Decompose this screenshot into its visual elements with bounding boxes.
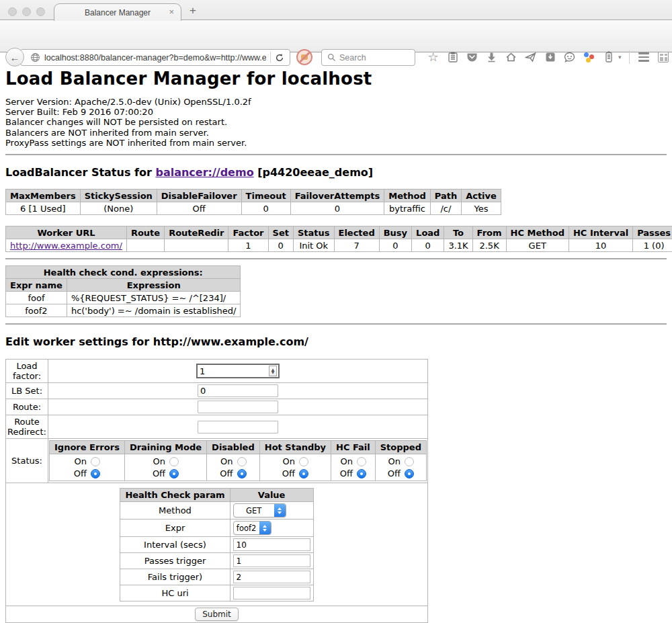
expression-row: foof2 hc('body') =~ /domain is establish… — [6, 304, 241, 317]
hc-interval-label: Interval (secs) — [120, 537, 230, 553]
worker-row: http://www.example.com/ 1 0 Init Ok 7 0 … — [6, 239, 672, 252]
battery-dropdown-caret-icon[interactable]: ▾ — [618, 54, 625, 60]
navigation-toolbar: ← localhost:8880/balancer-manager?b=demo… — [0, 20, 672, 52]
color-dots-icon[interactable] — [579, 51, 599, 63]
hc-fails-row: Fails trigger) — [120, 569, 313, 585]
toolbar-divider — [629, 50, 630, 64]
draining-mode-off-radio[interactable] — [169, 469, 179, 479]
hc-passes-row: Passes trigger — [120, 553, 313, 569]
window-controls — [8, 7, 45, 16]
table-row: 6 [1 Used] (None) Off 0 0 bytraffic /c/ … — [6, 202, 501, 215]
send-icon[interactable] — [521, 52, 540, 63]
hc-method-label: Method — [120, 502, 230, 520]
back-button[interactable]: ← — [5, 48, 24, 67]
window-zoom-button[interactable] — [36, 7, 45, 16]
table-header-row: MaxMembers StickySession DisableFailover… — [6, 190, 501, 202]
search-placeholder: Search — [339, 53, 366, 63]
table-header-row: Health Check param Value — [120, 489, 313, 502]
status-label: Status: — [6, 439, 48, 483]
hot-standby-on-radio[interactable] — [299, 457, 308, 466]
status-radio-row: On Off On Off On — [50, 454, 427, 481]
grid-bookmark-icon[interactable] — [653, 52, 672, 63]
server-info: Server Version: Apache/2.5.0-dev (Unix) … — [5, 97, 667, 148]
proxypass-note: ProxyPass settings are NOT inherited fro… — [5, 138, 667, 148]
url-bar[interactable]: localhost:8880/balancer-manager?b=demo&w… — [20, 49, 290, 66]
load-factor-input[interactable]: ▲▼ — [196, 364, 280, 378]
load-factor-label: Load factor: — [6, 360, 48, 383]
ignore-errors-toggle: On Off — [50, 454, 125, 481]
disabled-off-radio[interactable] — [237, 469, 247, 479]
draining-mode-toggle: On Off — [124, 454, 206, 481]
content-blocker-icon[interactable] — [296, 49, 312, 65]
server-version: Server Version: Apache/2.5.0-dev (Unix) … — [5, 97, 667, 107]
balancer-manager-page: Load Balancer Manager for localhost Serv… — [0, 52, 672, 623]
stopped-on-radio[interactable] — [405, 457, 414, 466]
submit-button[interactable]: Submit — [195, 608, 239, 621]
route-redirect-label: Route Redirect: — [6, 415, 48, 439]
draining-mode-on-radio[interactable] — [169, 457, 179, 466]
tab-balancer-manager[interactable]: Balancer Manager × — [54, 3, 181, 21]
balancer-params-table: MaxMembers StickySession DisableFailover… — [5, 189, 501, 215]
ignore-errors-on-radio[interactable] — [91, 457, 100, 466]
edit-worker-form: Load factor: ▲▼ LB Set: Route: Route Red… — [5, 359, 428, 623]
window-minimize-button[interactable] — [22, 7, 31, 16]
hc-fails-input[interactable] — [233, 571, 310, 583]
stopped-toggle: On Off — [375, 454, 426, 481]
tab-close-icon[interactable]: × — [169, 7, 174, 17]
hc-uri-input[interactable] — [233, 587, 310, 599]
table-header-row: Worker URL Route RouteRedir Factor Set S… — [6, 226, 672, 239]
search-bar[interactable]: Search — [321, 49, 415, 66]
route-input[interactable] — [198, 401, 278, 413]
battery-icon[interactable] — [599, 51, 618, 63]
bookmark-star-icon[interactable]: ☆ — [423, 51, 443, 63]
table-title-row: Health check cond. expressions: — [6, 266, 241, 279]
menu-icon[interactable] — [634, 52, 653, 62]
balancer-demo-link[interactable]: balancer://demo — [155, 166, 253, 179]
server-built: Server Built: Feb 9 2016 07:00:20 — [5, 107, 667, 117]
status-toggles-table: Ignore Errors Draining Mode Disabled Hot… — [49, 440, 427, 481]
persist-note: Balancer changes will NOT be persisted o… — [5, 117, 667, 127]
downloads-icon[interactable] — [482, 52, 501, 63]
hc-fails-label: Fails trigger) — [120, 569, 230, 585]
hc-expr-select[interactable]: foof2 — [233, 521, 271, 535]
hc-fail-off-radio[interactable] — [357, 469, 366, 479]
table-header-row: Expr name Expression — [6, 279, 241, 292]
pocket-icon[interactable] — [462, 52, 482, 63]
divider — [5, 323, 667, 325]
hot-standby-off-radio[interactable] — [299, 469, 308, 479]
hc-interval-input[interactable] — [233, 538, 310, 551]
table-header-row: Ignore Errors Draining Mode Disabled Hot… — [50, 441, 427, 454]
status-row: Status: Ignore Errors Draining Mode Disa… — [6, 439, 428, 483]
select-stepper-icon — [259, 522, 271, 534]
hc-method-select[interactable]: GET — [233, 503, 286, 517]
new-tab-button[interactable]: + — [190, 4, 196, 17]
hc-expr-row: Expr foof2 — [120, 520, 313, 537]
save-box-icon[interactable] — [540, 52, 560, 63]
hc-passes-input[interactable] — [233, 554, 310, 567]
chat-smiley-icon[interactable] — [560, 52, 579, 63]
window-close-button[interactable] — [8, 7, 17, 16]
divider — [5, 258, 667, 259]
route-redirect-input[interactable] — [198, 421, 278, 433]
worker-url-link[interactable]: http://www.example.com/ — [10, 241, 122, 251]
ignore-errors-off-radio[interactable] — [91, 469, 100, 479]
route-row: Route: — [6, 399, 428, 415]
browser-chrome: Balancer Manager × + ← localhost:8880/ba… — [0, 0, 672, 52]
reload-button[interactable] — [275, 53, 284, 63]
balancer-status-heading: LoadBalancer Status for balancer://demo … — [5, 166, 667, 179]
lb-set-input[interactable] — [198, 384, 278, 397]
search-icon — [327, 53, 336, 62]
hc-method-row: Method GET — [120, 502, 313, 520]
hc-passes-label: Passes trigger — [120, 553, 230, 569]
disabled-on-radio[interactable] — [237, 457, 247, 466]
health-check-params-row: Health Check param Value Method GET — [6, 483, 428, 606]
select-stepper-icon — [274, 504, 286, 517]
edit-worker-heading: Edit worker settings for http://www.exam… — [5, 335, 667, 348]
url-text[interactable]: localhost:8880/balancer-manager?b=demo&w… — [44, 53, 266, 63]
number-stepper-icon[interactable]: ▲▼ — [269, 366, 277, 376]
hc-fail-on-radio[interactable] — [357, 457, 366, 466]
hc-uri-label: HC uri — [120, 585, 230, 601]
home-icon[interactable] — [501, 52, 521, 63]
stopped-off-radio[interactable] — [405, 469, 414, 479]
reading-list-icon[interactable] — [443, 52, 462, 63]
